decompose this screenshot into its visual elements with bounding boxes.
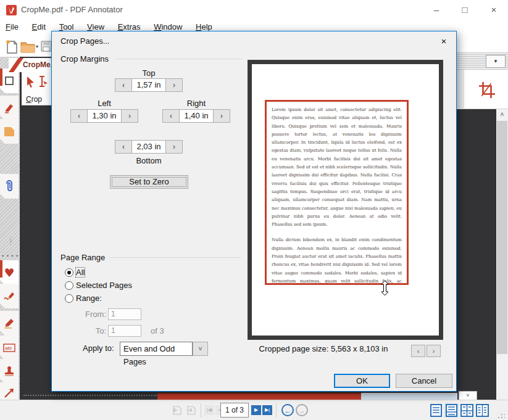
- scrollbar-thumb[interactable]: [497, 121, 507, 354]
- sidebar-tab-textbox[interactable]: abl: [0, 336, 19, 360]
- preview-next-page-button[interactable]: ›: [427, 345, 441, 357]
- left-margin-field[interactable]: 1,30 in: [87, 110, 122, 122]
- preview-paragraph: Nulla dictum bibendum ex, in blandit eni…: [272, 236, 402, 285]
- single-page-icon: [430, 404, 442, 417]
- bottom-margin-label: Bottom: [127, 156, 170, 165]
- window-title: CropMe.pdf - PDF Annotator: [21, 5, 123, 14]
- open-file-icon[interactable]: [20, 41, 35, 53]
- radio-range[interactable]: [65, 294, 73, 303]
- ns-resize-cursor: [381, 281, 389, 295]
- left-margin-decrease-button[interactable]: ‹: [71, 110, 87, 122]
- bottom-margin-increase-button[interactable]: ›: [166, 141, 182, 153]
- marker-icon: [4, 102, 15, 113]
- page-boundary-dashes: [23, 395, 157, 396]
- sidebar-tab-heart[interactable]: ♥: [0, 260, 19, 285]
- history-back-button[interactable]: ←: [281, 404, 294, 416]
- arrow-icon: [4, 387, 15, 398]
- scroll-up-icon[interactable]: ˄: [496, 109, 508, 120]
- dialog-close-button[interactable]: ×: [435, 34, 453, 49]
- crop-tool-icon[interactable]: [479, 82, 495, 98]
- sidebar-tab-note[interactable]: [0, 119, 19, 144]
- save-icon[interactable]: [41, 41, 52, 52]
- close-button[interactable]: ×: [483, 2, 504, 17]
- stamp-icon: [4, 366, 15, 377]
- left-margin-increase-button[interactable]: ›: [122, 110, 138, 122]
- selected-tab-marker: [0, 68, 2, 86]
- top-margin-field[interactable]: 1,57 in: [131, 79, 166, 91]
- sidebar-tab-selection[interactable]: [0, 68, 19, 93]
- new-document-icon[interactable]: [5, 39, 19, 54]
- menu-edit[interactable]: Edit: [27, 20, 51, 34]
- first-page-button: |◀: [204, 405, 214, 415]
- bottom-margin-field[interactable]: 2,03 in: [131, 141, 166, 153]
- layout-single-page-button[interactable]: [429, 403, 443, 418]
- sidebar-drag-handle[interactable]: ⋮⋮: [8, 238, 14, 244]
- apply-to-dropdown-button[interactable]: ˅: [193, 342, 208, 356]
- radio-all-label[interactable]: All: [76, 268, 85, 277]
- document-tab[interactable]: CropMe.: [9, 58, 51, 72]
- right-margin-field[interactable]: 1,40 in: [179, 110, 214, 122]
- set-to-zero-button[interactable]: Set to Zero: [110, 175, 188, 189]
- page-number-field[interactable]: 1 of 3: [220, 403, 249, 418]
- two-pages-icon: [476, 404, 489, 417]
- sidebar-tab-marker[interactable]: [0, 96, 19, 120]
- minimize-button[interactable]: –: [426, 2, 447, 17]
- cropped-page-size-label: Cropped page size: 5,563 x 8,103 in: [249, 344, 398, 353]
- right-margin-increase-button[interactable]: ›: [214, 110, 230, 122]
- next-page-button[interactable]: ▶: [251, 405, 261, 415]
- sidebar-tab-highlighter[interactable]: [0, 311, 19, 336]
- preview-paragraph: Lorem ipsum dolor sit amet, consectetur …: [272, 106, 402, 229]
- heart-icon: ♥: [4, 266, 14, 279]
- crop-rectangle[interactable]: Lorem ipsum dolor sit amet, consectetur …: [265, 100, 409, 285]
- to-label: To:: [84, 326, 106, 336]
- resize-grip[interactable]: [498, 411, 505, 419]
- facing-continuous-icon: [460, 404, 473, 417]
- textbox-icon: abl: [3, 344, 15, 352]
- ok-button[interactable]: OK: [334, 374, 390, 388]
- radio-selected-pages-label[interactable]: Selected Pages: [76, 281, 132, 290]
- bottom-margin-decrease-button[interactable]: ‹: [115, 141, 131, 153]
- menu-file[interactable]: File: [0, 20, 24, 34]
- of-pages-label: of 3: [151, 326, 164, 336]
- right-margin-decrease-button[interactable]: ‹: [163, 110, 179, 122]
- top-margin-increase-button[interactable]: ›: [166, 79, 182, 91]
- from-field: 1: [108, 308, 141, 320]
- cancel-button[interactable]: Cancel: [396, 374, 452, 388]
- top-margin-decrease-button[interactable]: ‹: [115, 79, 131, 91]
- sidebar-tab-attachment[interactable]: [0, 174, 19, 199]
- crop-tool-label[interactable]: Crop: [26, 95, 42, 104]
- last-page-button[interactable]: ▶|: [262, 405, 272, 415]
- scroll-down-button[interactable]: ˅: [459, 391, 477, 400]
- open-file-dropdown-icon[interactable]: ▾: [36, 44, 38, 49]
- page-preview: Lorem ipsum dolor sit amet, consectetur …: [248, 60, 443, 340]
- page-range-section-label: Page Range: [60, 253, 105, 262]
- highlighter-icon: [3, 318, 15, 329]
- layout-continuous-button[interactable]: [444, 403, 459, 418]
- pen-icon: [3, 290, 15, 302]
- crop-tool-panel: [464, 70, 508, 109]
- sidebar-tab-pen[interactable]: [0, 284, 19, 308]
- apply-to-combobox[interactable]: Even and Odd Pages: [120, 342, 193, 356]
- sidebar-tab-stamp[interactable]: [0, 359, 19, 384]
- radio-range-label[interactable]: Range:: [76, 294, 102, 303]
- tab-accent-shape: [9, 58, 23, 72]
- vertical-scrollbar[interactable]: ˄: [496, 109, 508, 400]
- top-margin-spinner: ‹ 1,57 in ›: [115, 78, 183, 92]
- paperclip-icon: [4, 180, 15, 192]
- select-cursor-icon[interactable]: [26, 76, 35, 88]
- radio-all[interactable]: [65, 268, 73, 277]
- crop-toolbar: Crop: [22, 72, 51, 105]
- document-tab-label: CropMe.: [23, 60, 52, 69]
- continuous-page-icon: [446, 404, 457, 417]
- maximize-button[interactable]: □: [454, 2, 475, 17]
- preview-prev-page-button[interactable]: ‹: [411, 345, 425, 357]
- bottom-margin-spinner: ‹ 2,03 in ›: [115, 140, 183, 154]
- hscroll-strip[interactable]: [361, 393, 457, 400]
- layout-two-pages-button[interactable]: [475, 403, 489, 418]
- text-select-icon[interactable]: [38, 76, 48, 88]
- toolbar-dropdown-button[interactable]: ▼: [486, 55, 506, 68]
- radio-selected-pages[interactable]: [65, 281, 73, 290]
- next-view-page-icon: [185, 405, 196, 416]
- layout-facing-continuous-button[interactable]: [460, 403, 474, 418]
- right-margin-spinner: ‹ 1,40 in ›: [162, 109, 230, 123]
